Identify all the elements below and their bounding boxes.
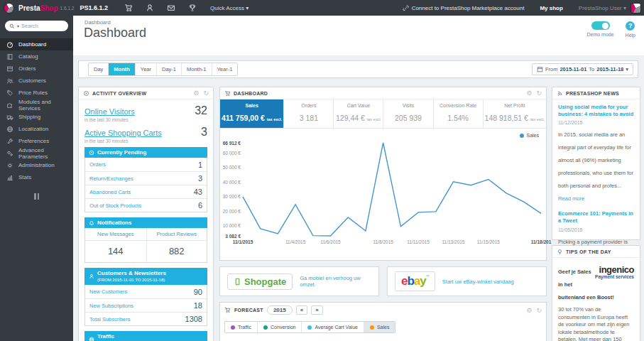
sales-line-series — [243, 143, 541, 236]
search-input[interactable] — [21, 23, 58, 29]
range-month-button[interactable]: Month — [109, 63, 136, 75]
sidebar-item-shipping[interactable]: Shipping — [0, 111, 73, 123]
ebay-letter: b — [407, 274, 413, 288]
gear-icon[interactable]: ⚙ — [193, 90, 199, 97]
date-from-label: From — [545, 66, 558, 72]
news-article-title[interactable]: Using social media for your business: 4 … — [558, 104, 634, 118]
panel-title: PRESTASHOP NEWS — [566, 91, 619, 96]
forecast-panel: FORECAST 2015 « » ⚙↻ Traffic Conversion … — [219, 302, 547, 341]
ebay-logo: ebay™ — [395, 271, 435, 291]
sidebar-item-label: Shipping — [18, 114, 40, 120]
sidebar-item-stats[interactable]: Stats — [0, 171, 73, 183]
orders-link[interactable]: Orders — [89, 161, 106, 168]
pending-list: Orders1 Return/Exchanges3 Abandoned Cart… — [84, 158, 207, 212]
refresh-icon[interactable]: ↻ — [536, 90, 542, 97]
sidebar-item-advanced-parameters[interactable]: Advanced Parameters — [0, 147, 73, 159]
quick-access-menu[interactable]: Quick Access ▾ — [210, 5, 249, 11]
sidebar-item-modules[interactable]: Modules and Services — [0, 99, 73, 111]
help-icon[interactable]: ? — [626, 21, 635, 31]
kpi-visits[interactable]: Visits205 939 — [383, 99, 432, 128]
news-article-title[interactable]: Ecommerce 101: Payments in a Tweet — [558, 210, 634, 224]
sidebar-item-label: Advanced Parameters — [18, 147, 73, 160]
out-of-stock-link[interactable]: Out of Stock Products — [89, 202, 141, 209]
range-year-button[interactable]: Year — [136, 63, 157, 75]
range-month-1-button[interactable]: Month-1 — [182, 63, 212, 75]
gear-icon[interactable]: ⚙ — [526, 90, 532, 97]
chart-icon — [6, 174, 13, 181]
legend-dot — [263, 325, 268, 330]
help-label: Help — [626, 33, 635, 38]
date-from-value: 2015-11-01 — [560, 66, 586, 72]
online-visitors-link[interactable]: Online Visitors — [84, 107, 135, 116]
forecast-avg-cart-button[interactable]: Average Cart Value — [302, 322, 364, 332]
bell-icon — [89, 220, 94, 226]
active-carts-link[interactable]: Active Shopping Carts — [84, 129, 162, 137]
prestashop-news-panel: PRESTASHOP NEWS Using social media for y… — [552, 87, 640, 240]
returns-link[interactable]: Return/Exchanges — [89, 175, 133, 182]
trademark-symbol: ™ — [426, 274, 429, 278]
abandoned-carts-link[interactable]: Abandoned Carts — [89, 189, 131, 195]
sidebar-item-orders[interactable]: Orders — [0, 63, 73, 75]
sidebar-item-customers[interactable]: Customers — [0, 75, 73, 87]
range-year-1-button[interactable]: Year-1 — [212, 63, 238, 75]
search-scope-caret-icon[interactable]: ▾ — [17, 23, 19, 28]
lightbulb-icon — [557, 249, 563, 255]
new-customers-link[interactable]: New Customers — [89, 288, 127, 295]
forecast-sales-button[interactable]: Sales — [364, 322, 395, 332]
kpi-cart-value[interactable]: Cart Value129,44 € tax excl. — [333, 99, 383, 128]
legend-dot — [520, 134, 524, 138]
trophy-icon[interactable] — [188, 4, 197, 12]
new-customers-count: 90 — [194, 288, 202, 296]
target-icon — [83, 90, 89, 97]
kpi-sales[interactable]: Sales411 759,00 € tax excl. — [220, 99, 283, 128]
sidebar-item-price-rules[interactable]: Price Rules — [0, 87, 73, 99]
demo-mode-toggle[interactable] — [591, 21, 610, 30]
ingenico-logo: ingenico Payment services — [595, 265, 634, 279]
forecast-conversion-button[interactable]: Conversion — [258, 322, 302, 332]
marketplace-link[interactable]: Connect to PrestaShop Marketplace accoun… — [403, 5, 525, 11]
forecast-traffic-button[interactable]: Traffic — [225, 322, 258, 332]
sidebar-item-label: Preferences — [18, 138, 49, 144]
sidebar-item-preferences[interactable]: Preferences — [0, 135, 73, 147]
sidebar-search[interactable]: ▾ — [5, 21, 68, 31]
sidebar-item-dashboard[interactable]: Dashboard — [0, 38, 73, 50]
kpi-net-profit[interactable]: Net Profit148 918,51 € tax excl. — [483, 99, 546, 128]
kpi-orders[interactable]: Orders3 181 — [283, 99, 333, 128]
chart-legend: Sales — [520, 133, 539, 138]
date-range-picker[interactable]: From 2015-11-01 To 2015-11-18 ▾ — [532, 63, 633, 75]
shopgate-logo: Shopgate — [227, 274, 293, 290]
new-messages-link[interactable]: New Messages — [85, 228, 146, 241]
refresh-icon[interactable]: ↻ — [203, 90, 209, 97]
range-day-1-button[interactable]: Day-1 — [157, 63, 182, 75]
sidebar-item-administration[interactable]: Administration — [0, 159, 73, 171]
mail-icon[interactable] — [167, 4, 175, 12]
user-avatar[interactable] — [631, 3, 641, 13]
y-tick-label: 30 000 € — [220, 194, 241, 199]
range-day-button[interactable]: Day — [89, 63, 109, 75]
sidebar-item-localization[interactable]: Localization — [0, 123, 73, 135]
breadcrumb[interactable]: Dashboard — [84, 19, 111, 26]
shopgate-link[interactable]: Ga mobiel en verhoog uw omzet — [300, 275, 371, 288]
product-reviews-link[interactable]: Product Reviews — [147, 228, 207, 241]
shopgate-banner[interactable]: Shopgate Ga mobiel en verhoog uw omzet — [219, 266, 379, 296]
y-tick-label: 20 000 € — [220, 209, 241, 214]
ebay-link[interactable]: Start uw eBay-winkel vandaag — [442, 278, 514, 285]
forecast-prev-button[interactable]: « — [296, 305, 307, 315]
ebay-banner[interactable]: ebay™ Start uw eBay-winkel vandaag — [387, 266, 547, 296]
sidebar-item-catalog[interactable]: Catalog — [0, 50, 73, 63]
total-subscribers-link[interactable]: Total Subscribers — [89, 316, 131, 323]
my-shop-link[interactable]: My shop — [540, 5, 562, 11]
user-menu[interactable]: PrestaShop User ▾ — [579, 5, 626, 11]
new-subscriptions-link[interactable]: New Subscriptions — [89, 303, 133, 309]
rss-icon — [557, 90, 563, 97]
date-range-presets: Day Month Year Day-1 Month-1 Year-1 — [88, 63, 238, 76]
refresh-icon[interactable]: ↻ — [536, 307, 542, 314]
forecast-next-button[interactable]: » — [311, 305, 322, 315]
customer-icon[interactable] — [146, 4, 154, 12]
receipt-icon — [6, 65, 13, 72]
read-more-link[interactable]: Read more — [558, 195, 584, 202]
cart-icon[interactable] — [124, 4, 133, 12]
kpi-conversion-rate[interactable]: Conversion Rate1.54% — [433, 99, 483, 128]
gear-icon[interactable]: ⚙ — [526, 307, 532, 314]
sidebar-collapse-icon[interactable] — [33, 193, 40, 200]
